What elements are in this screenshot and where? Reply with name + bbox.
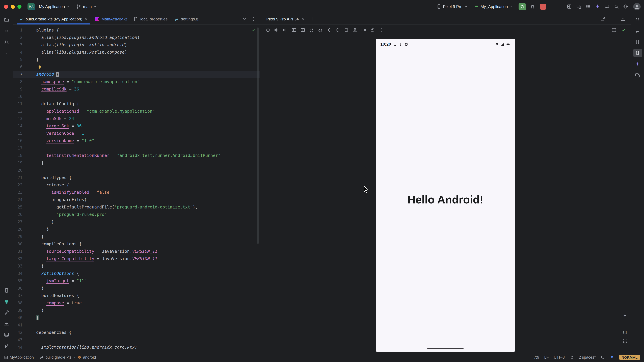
code-line[interactable]: } [35, 263, 260, 270]
line-number[interactable]: 8 [14, 78, 35, 85]
code-line[interactable]: } [35, 226, 260, 233]
line-number[interactable]: 26 [14, 211, 35, 218]
breadcrumb-item[interactable]: MyApplication [4, 355, 34, 359]
line-number[interactable]: 24 [14, 196, 35, 203]
code-line[interactable]: buildTypes { [35, 174, 260, 181]
new-device-tab-button[interactable] [308, 14, 316, 23]
inspections-ok-icon[interactable] [251, 27, 256, 34]
editor-tab[interactable]: local.properties [130, 13, 171, 24]
project-widget[interactable]: My Application [37, 3, 72, 10]
line-number[interactable]: 23 [14, 189, 35, 196]
inspection-profile-icon[interactable] [601, 355, 605, 359]
code-line[interactable] [35, 167, 260, 174]
code-line[interactable]: } [35, 159, 260, 167]
line-number[interactable]: 15 [14, 130, 35, 137]
code-line[interactable]: kotlinOptions { [35, 270, 260, 277]
code-line[interactable]: compose = true [35, 299, 260, 307]
layout-inspector-icon[interactable] [565, 2, 574, 11]
line-number[interactable]: 12 [14, 108, 35, 115]
line-separator-widget[interactable]: LF [544, 355, 549, 359]
breadcrumb-item[interactable]: build.gradle.kts [40, 355, 72, 359]
device-explorer-icon[interactable] [2, 286, 11, 295]
code-line[interactable]: implementation(libs.androidx.core.ktx) [35, 344, 260, 351]
line-number[interactable]: 36 [14, 285, 35, 292]
code-line[interactable]: alias(libs.plugins.android.application) [35, 34, 260, 41]
notifications-icon[interactable] [633, 15, 642, 24]
home-icon[interactable] [334, 26, 342, 34]
line-number[interactable]: 32 [14, 255, 35, 263]
tab-options-icon[interactable] [249, 14, 258, 23]
logcat-icon[interactable] [2, 297, 11, 306]
zoom-in-button[interactable]: + [621, 312, 628, 319]
back-icon[interactable] [325, 26, 333, 34]
code-line[interactable]: getDefaultProguardFile("proguard-android… [35, 203, 260, 211]
project-icon[interactable] [2, 15, 11, 24]
code-line[interactable]: alias(libs.plugins.kotlin.android) [35, 41, 260, 49]
code-line[interactable]: } [35, 307, 260, 314]
line-number[interactable]: 21 [14, 174, 35, 181]
unfold-icon[interactable] [298, 26, 306, 34]
close-icon[interactable] [301, 17, 305, 21]
screen-record-icon[interactable] [360, 26, 368, 34]
line-number[interactable]: 6 [14, 63, 35, 71]
breadcrumb-item[interactable]: mandroid [77, 355, 96, 359]
line-number[interactable]: 33 [14, 263, 35, 270]
vim-mode-badge[interactable]: NORMAL [619, 355, 640, 360]
device-manager-icon[interactable] [633, 71, 642, 79]
line-number[interactable]: 18 [14, 152, 35, 159]
line-number[interactable]: 43 [14, 336, 35, 344]
code-line[interactable] [35, 336, 260, 344]
line-number[interactable]: 1 [14, 26, 35, 34]
minimize-window-button[interactable] [11, 4, 15, 8]
line-number[interactable]: 2 [14, 34, 35, 41]
screenshot-icon[interactable] [351, 26, 359, 34]
code-line[interactable]: release { [35, 181, 260, 189]
rotate-right-icon[interactable] [316, 26, 324, 34]
code-line[interactable]: "proguard-rules.pro" [35, 211, 260, 218]
line-number[interactable]: 41 [14, 322, 35, 329]
code-line[interactable] [35, 93, 260, 100]
running-devices-icon[interactable] [633, 49, 642, 57]
version-control-icon[interactable] [2, 341, 11, 350]
code-line[interactable]: namespace = "com.example.myapplication" [35, 78, 260, 85]
user-avatar[interactable] [633, 3, 641, 10]
device-screen[interactable]: 10:20 Hello Android! [376, 39, 515, 352]
code-line[interactable]: targetSdk = 36 [35, 122, 260, 130]
code-line[interactable]: minSdk = 24 [35, 115, 260, 122]
more-v-icon[interactable] [377, 26, 385, 34]
code-editor[interactable]: 1234567891011121314151617181920212223242… [14, 25, 260, 352]
close-icon[interactable] [84, 17, 88, 21]
code-line[interactable]: testInstrumentationRunner = "androidx.te… [35, 152, 260, 159]
line-number[interactable]: 42 [14, 329, 35, 336]
hide-panel-icon[interactable] [618, 14, 627, 23]
stop-button[interactable] [540, 3, 546, 9]
line-number[interactable]: 19 [14, 159, 35, 167]
ideavim-icon[interactable] [610, 355, 614, 359]
code-line[interactable]: versionName = "1.0" [35, 137, 260, 144]
code-line[interactable]: plugins { [35, 26, 260, 34]
more-run-options-icon[interactable] [550, 2, 558, 11]
cursor-position-widget[interactable]: 7:9 [534, 355, 539, 359]
line-number[interactable]: 17 [14, 144, 35, 152]
run-configuration-selector[interactable]: My_Application [472, 3, 515, 10]
task-list-icon[interactable] [584, 2, 592, 11]
display-mode-icon[interactable] [610, 26, 618, 34]
rerun-button[interactable] [518, 3, 526, 10]
more-tools-icon[interactable] [2, 49, 11, 57]
code-line[interactable]: compileSdk = 36 [35, 85, 260, 93]
popout-panel-icon[interactable] [598, 14, 607, 23]
editor-tab[interactable]: build.gradle.kts (My Application) [16, 13, 92, 24]
line-number[interactable]: 29 [14, 233, 35, 240]
volume-down-icon[interactable] [281, 26, 289, 34]
code-line[interactable]: jvmTarget = "11" [35, 277, 260, 285]
code-line[interactable]: } [35, 56, 260, 63]
search-icon[interactable] [612, 2, 620, 11]
editor-scrollbar[interactable] [256, 27, 259, 244]
line-number[interactable]: 35 [14, 277, 35, 285]
device-tab[interactable]: Pixel 9 Pro API 34 [264, 13, 308, 24]
code-line[interactable]: proguardFiles( [35, 196, 260, 203]
terminal-icon[interactable] [2, 330, 11, 339]
navigation-pill[interactable] [427, 348, 464, 349]
code-line[interactable]: applicationId = "com.example.myapplicati… [35, 108, 260, 115]
zoom-window-button[interactable] [18, 4, 22, 8]
